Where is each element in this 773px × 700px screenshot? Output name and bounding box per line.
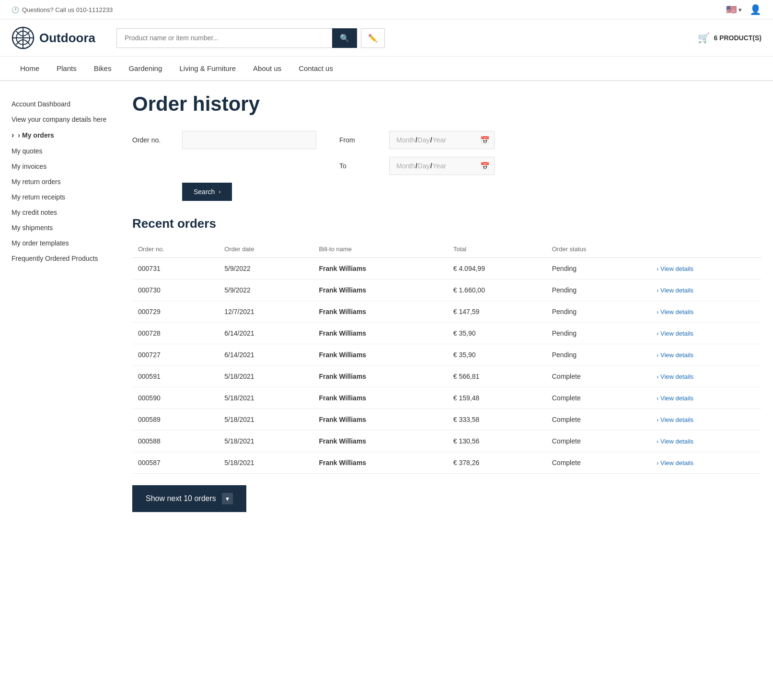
nav-item-about-us[interactable]: About us	[244, 57, 290, 80]
table-cell-6-5[interactable]: View details	[651, 387, 761, 409]
table-cell-2-4: Pending	[546, 301, 651, 323]
table-cell-4-5[interactable]: View details	[651, 344, 761, 366]
table-cell-9-5[interactable]: View details	[651, 452, 761, 474]
nav-item-plants[interactable]: Plants	[48, 57, 85, 80]
table-cell-1-5[interactable]: View details	[651, 280, 761, 301]
table-cell-2-3: € 147,59	[448, 301, 546, 323]
table-cell-5-5[interactable]: View details	[651, 366, 761, 387]
order-no-label: Order no.	[132, 136, 171, 144]
search-input[interactable]	[116, 28, 332, 48]
table-cell-3-5[interactable]: View details	[651, 323, 761, 344]
table-cell-8-4: Complete	[546, 431, 651, 452]
search-button[interactable]: 🔍	[332, 28, 357, 48]
view-details-link[interactable]: View details	[657, 373, 693, 380]
table-cell-4-4: Pending	[546, 344, 651, 366]
search-chevron-icon: ›	[219, 188, 220, 195]
show-next-button[interactable]: Show next 10 orders ▾	[132, 485, 246, 512]
sidebar-item-my-order-templates[interactable]: My order templates	[12, 235, 109, 251]
table-cell-6-3: € 159,48	[448, 387, 546, 409]
table-cell-0-1: 5/9/2022	[219, 258, 313, 280]
table-row: 0005915/18/2021Frank Williams€ 566,81Com…	[132, 366, 761, 387]
user-account-icon[interactable]: 👤	[750, 4, 761, 15]
table-row: 0007276/14/2021Frank Williams€ 35,90Pend…	[132, 344, 761, 366]
table-row: 0005895/18/2021Frank Williams€ 333,58Com…	[132, 409, 761, 431]
table-cell-3-2: Frank Williams	[313, 323, 447, 344]
view-details-link[interactable]: View details	[657, 351, 693, 359]
table-row: 00072912/7/2021Frank Williams€ 147,59Pen…	[132, 301, 761, 323]
view-details-link[interactable]: View details	[657, 395, 693, 402]
to-date-wrapper: Month / Day / Year 📅	[389, 157, 495, 175]
sidebar-item-frequently-ordered[interactable]: Frequently Ordered Products	[12, 251, 109, 266]
table-cell-7-4: Complete	[546, 409, 651, 431]
language-selector[interactable]: 🇺🇸 ▾	[726, 4, 742, 15]
table-cell-9-3: € 378,26	[448, 452, 546, 474]
nav-item-bikes[interactable]: Bikes	[85, 57, 120, 80]
order-no-input[interactable]	[182, 131, 316, 149]
sidebar-item-my-invoices[interactable]: My invoices	[12, 159, 109, 174]
table-cell-3-0: 000728	[132, 323, 219, 344]
table-cell-9-4: Complete	[546, 452, 651, 474]
table-cell-5-1: 5/18/2021	[219, 366, 313, 387]
table-cell-1-1: 5/9/2022	[219, 280, 313, 301]
table-cell-2-1: 12/7/2021	[219, 301, 313, 323]
table-cell-4-1: 6/14/2021	[219, 344, 313, 366]
nav-item-home[interactable]: Home	[12, 57, 48, 80]
sidebar-item-my-return-receipts[interactable]: My return receipts	[12, 189, 109, 205]
top-bar-right: 🇺🇸 ▾ 👤	[726, 4, 761, 15]
view-details-link[interactable]: View details	[657, 438, 693, 445]
to-day: Day	[418, 162, 430, 170]
table-cell-1-3: € 1.660,00	[448, 280, 546, 301]
section-title: Recent orders	[132, 216, 761, 231]
main-nav: HomePlantsBikesGardeningLiving & Furnitu…	[0, 57, 773, 81]
nav-item-gardening[interactable]: Gardening	[120, 57, 171, 80]
table-cell-8-5[interactable]: View details	[651, 431, 761, 452]
view-details-link[interactable]: View details	[657, 287, 693, 294]
search-area: 🔍 ✏️	[116, 28, 385, 48]
view-details-link[interactable]: View details	[657, 330, 693, 337]
col-header-2: Bill-to name	[313, 241, 447, 258]
phone-label: Questions? Call us 010-1112233	[22, 6, 113, 13]
filter-form: Order no. From Month / Day / Year 📅	[132, 131, 761, 201]
nav-item-contact-us[interactable]: Contact us	[290, 57, 342, 80]
phone-icon: 🕐	[12, 6, 19, 13]
to-calendar-icon[interactable]: 📅	[480, 162, 490, 171]
to-date-display[interactable]: Month / Day / Year	[389, 157, 495, 175]
orders-tbody: 0007315/9/2022Frank Williams€ 4.094,99Pe…	[132, 258, 761, 474]
view-details-link[interactable]: View details	[657, 308, 693, 315]
sidebar-item-my-orders[interactable]: › My orders	[12, 127, 109, 143]
table-cell-2-0: 000729	[132, 301, 219, 323]
sidebar-item-company-details[interactable]: View your company details here	[12, 112, 109, 127]
nav-item-living-furniture[interactable]: Living & Furniture	[171, 57, 244, 80]
table-cell-7-5[interactable]: View details	[651, 409, 761, 431]
table-cell-0-0: 000731	[132, 258, 219, 280]
from-date-display[interactable]: Month / Day / Year	[389, 131, 495, 149]
table-header-row: Order no.Order dateBill-to nameTotalOrde…	[132, 241, 761, 258]
to-month: Month	[396, 162, 415, 170]
sidebar-item-account-dashboard[interactable]: Account Dashboard	[12, 96, 109, 112]
cart-area[interactable]: 🛒 6 PRODUCT(S)	[698, 32, 761, 44]
sidebar-item-my-return-orders[interactable]: My return orders	[12, 174, 109, 189]
from-calendar-icon[interactable]: 📅	[480, 136, 490, 145]
table-row: 0005905/18/2021Frank Williams€ 159,48Com…	[132, 387, 761, 409]
table-cell-2-5[interactable]: View details	[651, 301, 761, 323]
view-details-link[interactable]: View details	[657, 265, 693, 272]
table-cell-7-3: € 333,58	[448, 409, 546, 431]
sidebar-item-my-quotes[interactable]: My quotes	[12, 143, 109, 159]
table-row: 0005875/18/2021Frank Williams€ 378,26Com…	[132, 452, 761, 474]
logo-link[interactable]: Outdoora	[12, 26, 95, 49]
page-title: Order history	[132, 93, 761, 116]
sidebar-item-my-shipments[interactable]: My shipments	[12, 220, 109, 235]
table-cell-0-5[interactable]: View details	[651, 258, 761, 280]
search-submit-button[interactable]: Search ›	[182, 183, 232, 201]
table-row: 0007305/9/2022Frank Williams€ 1.660,00Pe…	[132, 280, 761, 301]
table-cell-8-2: Frank Williams	[313, 431, 447, 452]
table-cell-4-0: 000727	[132, 344, 219, 366]
table-cell-7-2: Frank Williams	[313, 409, 447, 431]
sidebar-item-my-credit-notes[interactable]: My credit notes	[12, 205, 109, 220]
scan-button[interactable]: ✏️	[361, 28, 385, 48]
sidebar-active-arrow: ›	[18, 131, 20, 139]
table-cell-5-0: 000591	[132, 366, 219, 387]
table-cell-0-4: Pending	[546, 258, 651, 280]
view-details-link[interactable]: View details	[657, 459, 693, 467]
view-details-link[interactable]: View details	[657, 416, 693, 423]
